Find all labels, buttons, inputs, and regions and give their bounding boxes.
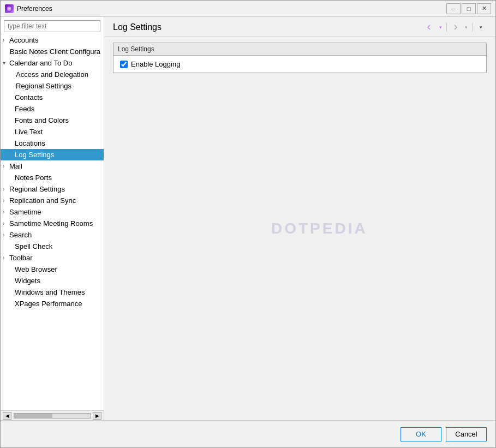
settings-group-body: Enable Logging [113,56,486,73]
sidebar-item-accounts[interactable]: ›Accounts [1,34,104,46]
back-icon [426,23,433,31]
sidebar-item-replication-sync[interactable]: ›Replication and Sync [1,195,104,206]
sidebar-item-fonts-colors[interactable]: Fonts and Colors [1,115,104,126]
sidebar-item-web-browser[interactable]: Web Browser [1,264,104,275]
settings-group-title: Log Settings [113,43,486,56]
sidebar-item-live-text[interactable]: Live Text [1,126,104,138]
sidebar-item-mail[interactable]: ›Mail [1,160,104,172]
sidebar-item-basic-notes[interactable]: Basic Notes Client Configura [1,46,104,57]
sidebar-item-contacts[interactable]: Contacts [1,92,104,103]
scrollbar-thumb [14,414,52,418]
sidebar-item-regional-settings-child[interactable]: Regional Settings [1,80,104,92]
sidebar-item-label-mail: Mail [9,162,22,170]
cancel-button[interactable]: Cancel [446,427,487,441]
main-panel: Log Settings ▾ ▾ [104,17,495,420]
log-settings-group: Log Settings Enable Logging [113,43,487,73]
minimize-button[interactable]: ─ [446,3,461,14]
sidebar-item-feeds[interactable]: Feeds [1,103,104,115]
sidebar-scrollbar: ◀ ▶ [1,410,104,420]
sidebar-item-label-contacts: Contacts [15,93,43,101]
toolbar-icons: ▾ ▾ ▾ [423,21,487,33]
window-controls: ─ □ ✕ [446,3,491,14]
ok-button[interactable]: OK [401,427,441,441]
window-title: Preferences [17,5,446,13]
main-title: Log Settings [113,22,162,32]
sidebar-item-label-widgets: Widgets [15,277,40,285]
sidebar-item-label-notes-ports: Notes Ports [15,174,52,182]
sidebar-item-windows-themes[interactable]: Windows and Themes [1,286,104,298]
sidebar-item-label-windows-themes: Windows and Themes [15,288,85,296]
back-dropdown-button[interactable]: ▾ [437,21,444,33]
scrollbar-track[interactable] [14,413,91,419]
sametime-arrow-icon: › [3,209,9,215]
sidebar-item-sametime[interactable]: ›Sametime [1,206,104,218]
sidebar-item-label-regional-settings: Regional Settings [9,185,65,193]
main-content: Log Settings Enable Logging DOTPEDIA [104,37,495,84]
sidebar-item-label-spell-check: Spell Check [15,242,52,250]
sidebar-item-widgets[interactable]: Widgets [1,275,104,286]
sidebar-item-label-live-text: Live Text [15,128,43,136]
mail-arrow-icon: › [3,163,9,169]
sidebar-item-label-search: Search [9,231,32,239]
sidebar-item-label-accounts: Accounts [9,36,38,44]
toolbar-arrow-icon: › [3,255,9,261]
enable-logging-label: Enable Logging [131,60,180,68]
sidebar-item-label-web-browser: Web Browser [15,265,57,273]
sidebar-item-label-calendar-todo: Calendar and To Do [9,59,72,67]
sidebar: ›AccountsBasic Notes Client Configura▾Ca… [1,17,104,420]
preferences-window: Preferences ─ □ ✕ ›AccountsBasic Notes C… [0,0,496,448]
enable-logging-row: Enable Logging [120,60,480,68]
forward-dropdown-button[interactable]: ▾ [462,21,470,33]
sidebar-item-label-locations: Locations [15,139,45,147]
calendar-todo-arrow-icon: ▾ [3,60,9,66]
toolbar-separator-2 [472,23,473,32]
sidebar-item-notes-ports[interactable]: Notes Ports [1,172,104,183]
sidebar-item-calendar-todo[interactable]: ▾Calendar and To Do [1,57,104,69]
sidebar-item-toolbar[interactable]: ›Toolbar [1,252,104,264]
sidebar-item-locations[interactable]: Locations [1,138,104,149]
sidebar-item-search[interactable]: ›Search [1,229,104,241]
replication-sync-arrow-icon: › [3,198,9,204]
search-arrow-icon: › [3,232,9,238]
regional-settings-arrow-icon: › [3,186,9,192]
sidebar-item-xpages[interactable]: XPages Performance [1,298,104,309]
sidebar-item-label-feeds: Feeds [15,105,34,113]
sidebar-item-label-regional-settings-child: Regional Settings [16,82,71,90]
close-button[interactable]: ✕ [477,3,491,14]
main-header: Log Settings ▾ ▾ [104,17,495,37]
sidebar-list: ›AccountsBasic Notes Client Configura▾Ca… [1,34,104,410]
sidebar-item-regional-settings[interactable]: ›Regional Settings [1,183,104,195]
sidebar-item-label-replication-sync: Replication and Sync [9,196,76,205]
sidebar-item-label-toolbar: Toolbar [9,254,33,262]
sidebar-item-label-log-settings: Log Settings [15,151,54,159]
sidebar-item-label-fonts-colors: Fonts and Colors [15,116,69,124]
sidebar-item-access-delegation[interactable]: Access and Delegation [1,69,104,80]
forward-icon [451,23,459,31]
sidebar-item-sametime-meeting[interactable]: ›Sametime Meeting Rooms [1,218,104,229]
sidebar-item-label-access-delegation: Access and Delegation [16,70,88,79]
back-button[interactable] [423,21,435,33]
main-content-wrapper: Log Settings Enable Logging DOTPEDIA [104,37,495,420]
sametime-meeting-arrow-icon: › [3,220,9,226]
sidebar-item-log-settings[interactable]: Log Settings [1,149,104,160]
sidebar-item-label-basic-notes: Basic Notes Client Configura [10,47,100,56]
maximize-button[interactable]: □ [462,3,476,14]
sidebar-item-spell-check[interactable]: Spell Check [1,241,104,252]
accounts-arrow-icon: › [3,37,9,43]
enable-logging-checkbox[interactable] [120,61,128,68]
sidebar-item-label-xpages: XPages Performance [15,300,82,308]
app-icon [5,4,14,13]
svg-point-1 [8,8,10,10]
forward-button[interactable] [449,21,461,33]
scroll-right-arrow[interactable]: ▶ [93,412,101,420]
sidebar-item-label-sametime: Sametime [9,208,41,216]
title-bar: Preferences ─ □ ✕ [1,1,495,17]
content-area: ›AccountsBasic Notes Client Configura▾Ca… [1,17,495,420]
menu-dropdown-button[interactable]: ▾ [475,21,487,33]
filter-input[interactable] [4,20,100,32]
footer: OK Cancel [1,420,495,447]
toolbar-separator [446,23,447,32]
scroll-left-arrow[interactable]: ◀ [3,412,11,420]
sidebar-item-label-sametime-meeting: Sametime Meeting Rooms [9,219,93,228]
